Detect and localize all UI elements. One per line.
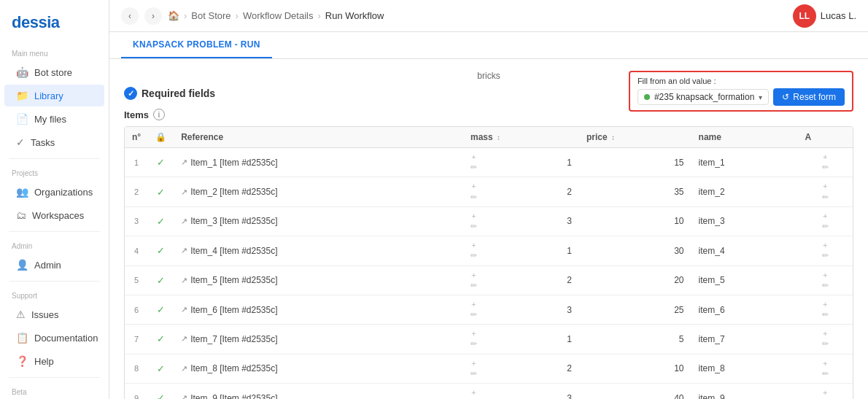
cell-mass: + ✏ 2 (463, 177, 579, 206)
mass-edit-icon[interactable]: ✏ (470, 193, 477, 202)
breadcrumb-workflow-details[interactable]: Workflow Details (243, 10, 314, 21)
breadcrumb: 🏠 › Bot Store › Workflow Details › Run W… (168, 10, 384, 21)
sidebar-item-library[interactable]: 📁 Library (4, 85, 104, 106)
mass-edit-icon[interactable]: ✏ (470, 163, 477, 172)
mass-add-icon[interactable]: + (471, 152, 476, 162)
mass-add-icon[interactable]: + (471, 271, 476, 280)
row-add-icon[interactable]: + (823, 329, 827, 338)
ref-icon: ↗ (181, 276, 187, 285)
ref-value[interactable]: Item_7 [Item #d2535c] (190, 334, 277, 344)
cell-reference: ↗ Item_2 [Item #d2535c] (174, 177, 463, 206)
sidebar-item-my-files[interactable]: 📄 My files (4, 108, 104, 130)
sidebar-item-bot-store[interactable]: 🤖 Bot store (4, 61, 104, 83)
sidebar-item-admin[interactable]: 👤 Admin (4, 254, 104, 276)
row-edit-icon[interactable]: ✏ (822, 281, 829, 290)
cell-check: ✓ (148, 148, 174, 177)
col-name: name (691, 127, 798, 148)
cell-mass: + ✏ 3 (463, 384, 579, 400)
back-button[interactable]: ‹ (121, 7, 139, 25)
mass-add-icon[interactable]: + (471, 359, 476, 368)
mass-add-icon[interactable]: + (471, 388, 476, 398)
mass-edit-icon[interactable]: ✏ (470, 222, 477, 231)
ref-value[interactable]: Item_4 [Item #d2535c] (190, 246, 277, 256)
mass-add-icon[interactable]: + (471, 212, 476, 221)
table-row: 4 ✓ ↗ Item_4 [Item #d2535c] + ✏ 1 30 ite… (125, 236, 853, 266)
sidebar-item-label: Documentation (34, 333, 98, 344)
row-add-icon[interactable]: + (823, 241, 827, 250)
sidebar-item-tasks[interactable]: ✓ Tasks (4, 131, 104, 153)
ref-icon: ↗ (181, 364, 187, 373)
main-menu-label: Main menu (0, 44, 109, 61)
cell-name: item_9 (691, 384, 798, 400)
mass-add-icon[interactable]: + (471, 300, 476, 309)
row-add-icon[interactable]: + (823, 182, 827, 191)
cell-check: ✓ (148, 206, 174, 236)
cell-price: 25 (579, 295, 691, 324)
ref-value[interactable]: Item_8 [Item #d2535c] (190, 363, 277, 373)
row-edit-icon[interactable]: ✏ (822, 222, 829, 231)
mass-add-icon[interactable]: + (471, 182, 476, 191)
mass-edit-icon[interactable]: ✏ (470, 339, 477, 349)
row-edit-icon[interactable]: ✏ (822, 310, 829, 319)
cell-action: + ✏ (797, 148, 853, 177)
row-add-icon[interactable]: + (823, 300, 827, 309)
row-add-icon[interactable]: + (823, 152, 827, 162)
mass-actions: + ✏ (470, 300, 477, 319)
sidebar-item-workspaces[interactable]: 🗂 Workspaces (4, 204, 104, 226)
row-add-icon[interactable]: + (823, 212, 827, 221)
home-icon[interactable]: 🏠 (168, 10, 179, 21)
fill-select[interactable]: #235 knapsack_formation ▾ (638, 89, 769, 105)
mass-actions: + ✏ (470, 241, 477, 260)
sidebar-item-help[interactable]: ❓ Help (4, 350, 104, 372)
cell-check: ✓ (148, 384, 174, 400)
forward-button[interactable]: › (144, 7, 162, 25)
cell-action: + ✏ (797, 266, 853, 295)
cell-reference: ↗ Item_9 [Item #d2535c] (174, 384, 463, 400)
admin-icon: 👤 (16, 259, 28, 271)
row-edit-icon[interactable]: ✏ (822, 369, 829, 379)
mass-edit-icon[interactable]: ✏ (470, 369, 477, 379)
info-icon[interactable]: i (153, 109, 165, 120)
ref-value[interactable]: Item_6 [Item #d2535c] (190, 305, 277, 315)
sidebar-item-organizations[interactable]: 👥 Organizations (4, 181, 104, 203)
row-edit-icon[interactable]: ✏ (822, 339, 829, 349)
row-edit-icon[interactable]: ✏ (822, 251, 829, 260)
breadcrumb-bot-store[interactable]: Bot Store (191, 10, 230, 21)
row-add-icon[interactable]: + (823, 359, 827, 368)
projects-label: Projects (0, 163, 109, 180)
row-add-icon[interactable]: + (823, 271, 827, 280)
mass-edit-icon[interactable]: ✏ (470, 310, 477, 319)
table-row: 1 ✓ ↗ Item_1 [Item #d2535c] + ✏ 1 15 ite… (125, 148, 853, 177)
row-add-icon[interactable]: + (823, 388, 827, 398)
cell-num: 8 (125, 354, 148, 383)
cell-check: ✓ (148, 354, 174, 383)
table-row: 3 ✓ ↗ Item_3 [Item #d2535c] + ✏ 3 10 ite… (125, 206, 853, 236)
mass-edit-icon[interactable]: ✏ (470, 281, 477, 290)
ref-value[interactable]: Item_3 [Item #d2535c] (190, 216, 277, 226)
row-edit-icon[interactable]: ✏ (822, 163, 829, 172)
ref-value[interactable]: Item_9 [Item #d2535c] (190, 393, 277, 399)
ref-value[interactable]: Item_1 [Item #d2535c] (190, 158, 277, 168)
cell-name: item_2 (691, 177, 798, 206)
ref-value[interactable]: Item_2 [Item #d2535c] (190, 187, 277, 197)
help-icon: ❓ (16, 355, 28, 367)
cell-mass: + ✏ 3 (463, 206, 579, 236)
mass-add-icon[interactable]: + (471, 329, 476, 338)
mass-edit-icon[interactable]: ✏ (470, 251, 477, 260)
required-fields-label: Required fields (142, 88, 215, 99)
ref-value[interactable]: Item_5 [Item #d2535c] (190, 275, 277, 285)
tab-knapsack-run[interactable]: KNAPSACK PROBLEM - run (121, 32, 272, 58)
reset-form-button[interactable]: ↺ Reset form (773, 88, 845, 106)
cell-num: 5 (125, 266, 148, 295)
sidebar-item-label: Library (34, 90, 63, 101)
cell-mass: + ✏ 1 (463, 236, 579, 266)
mass-value: 1 (567, 246, 572, 256)
col-action: A (797, 127, 853, 148)
cell-action: + ✏ (797, 325, 853, 354)
topbar: ‹ › 🏠 › Bot Store › Workflow Details › R… (109, 0, 868, 32)
sidebar-item-issues[interactable]: ⚠ Issues (4, 303, 104, 325)
row-edit-icon[interactable]: ✏ (822, 193, 829, 202)
sidebar-item-documentation[interactable]: 📋 Documentation (4, 327, 104, 349)
mass-add-icon[interactable]: + (471, 241, 476, 250)
user-avatar[interactable]: LL (793, 4, 816, 28)
